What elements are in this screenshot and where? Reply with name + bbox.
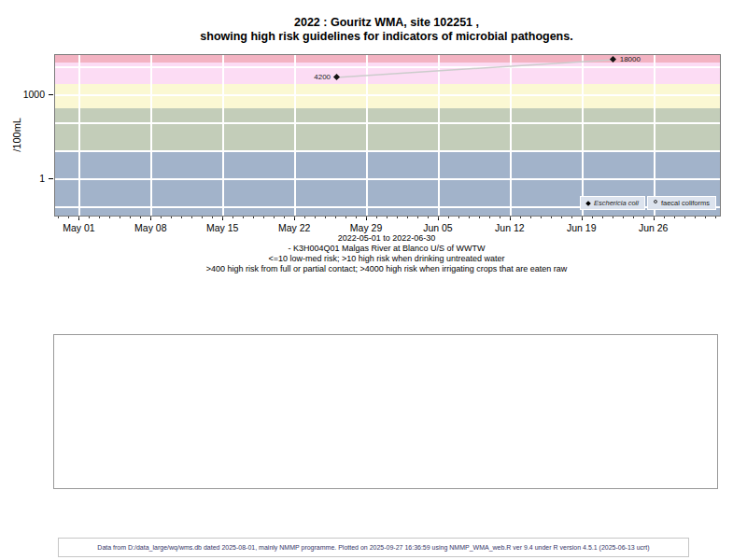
- x-axis-minor-tick: [243, 217, 244, 218]
- point-value-label: 4200: [314, 73, 331, 81]
- x-axis-minor-tick: [68, 217, 69, 218]
- x-axis-minor-tick: [345, 217, 346, 218]
- x-axis-minor-tick: [643, 217, 644, 218]
- x-axis-minor-tick: [602, 217, 603, 218]
- x-axis-minor-tick: [469, 217, 470, 218]
- x-axis-minor-tick: [222, 217, 223, 218]
- x-axis-minor-tick: [510, 217, 511, 218]
- x-axis-minor-tick: [479, 217, 480, 218]
- y-axis-tick: [49, 94, 53, 95]
- x-axis-label: May 29: [350, 222, 382, 233]
- x-axis-label: May 22: [278, 222, 310, 233]
- legend: Eschericia coli faecal coliforms: [580, 196, 716, 210]
- x-axis-minor-tick: [561, 217, 562, 218]
- x-axis-minor-tick: [233, 217, 233, 218]
- footer-box: Data from D:/data_large/wq/wms.db dated …: [58, 538, 689, 557]
- x-axis-minor-tick: [407, 217, 408, 218]
- x-axis-minor-tick: [366, 217, 367, 218]
- chart-title-line1: 2022 : Gouritz WMA, site 102251 ,: [54, 16, 719, 30]
- x-axis-minor-tick: [109, 217, 110, 218]
- x-axis-minor-tick: [541, 217, 542, 218]
- x-axis-minor-tick: [274, 217, 275, 218]
- x-axis-minor-tick: [58, 217, 59, 218]
- x-axis-minor-tick: [654, 217, 655, 218]
- subtitle-site-name: - K3H004Q01 Malgas River at Blanco U/S o…: [54, 244, 719, 254]
- x-axis-label: May 15: [206, 222, 238, 233]
- x-axis-minor-tick: [500, 217, 500, 218]
- subtitle-guideline-contact: >400 high risk from full or partial cont…: [54, 264, 719, 274]
- x-axis-minor-tick: [304, 217, 305, 218]
- x-axis-minor-tick: [120, 217, 120, 218]
- x-axis-minor-tick: [623, 217, 624, 218]
- y-axis-label: 1000: [15, 89, 45, 100]
- chart-title: 2022 : Gouritz WMA, site 102251 , showin…: [54, 16, 719, 44]
- x-axis-minor-tick: [130, 217, 131, 218]
- chart-subtitle: 2022-05-01 to 2022-06-30 - K3H004Q01 Mal…: [54, 233, 719, 274]
- empty-secondary-panel: [53, 334, 718, 489]
- x-axis-minor-tick: [458, 217, 459, 218]
- x-axis-minor-tick: [89, 217, 90, 218]
- open-circle-icon: [654, 200, 657, 203]
- footer-provenance-text: Data from D:/data_large/wq/wms.db dated …: [97, 544, 649, 551]
- x-axis-label: May 01: [63, 222, 94, 233]
- x-axis-minor-tick: [161, 217, 162, 218]
- subtitle-date-range: 2022-05-01 to 2022-06-30: [54, 233, 719, 244]
- x-axis-minor-tick: [181, 217, 182, 218]
- x-axis-minor-tick: [705, 217, 706, 218]
- x-axis-label: Jun 12: [495, 222, 525, 233]
- ecoli-trend-line: [55, 55, 720, 216]
- y-axis-label: 1: [15, 173, 45, 184]
- x-axis-minor-tick: [171, 217, 172, 218]
- x-axis-minor-tick: [376, 217, 377, 218]
- x-axis-minor-tick: [684, 217, 685, 218]
- x-axis-minor-tick: [263, 217, 264, 218]
- x-axis-minor-tick: [212, 217, 213, 218]
- legend-item-faecal-coliforms: faecal coliforms: [647, 196, 716, 210]
- x-axis-minor-tick: [695, 217, 696, 218]
- x-axis-minor-tick: [315, 217, 316, 218]
- x-axis-minor-tick: [191, 217, 192, 218]
- x-axis-minor-tick: [530, 217, 531, 218]
- y-axis-tick: [49, 178, 53, 179]
- legend-item-ecoli: Eschericia coli: [580, 196, 645, 210]
- x-axis-minor-tick: [674, 217, 675, 218]
- x-axis-minor-tick: [387, 217, 388, 218]
- x-axis-minor-tick: [99, 217, 100, 218]
- x-axis-minor-tick: [202, 217, 203, 218]
- chart-title-line2: showing high risk guidelines for indicat…: [54, 30, 719, 44]
- x-axis-minor-tick: [417, 217, 418, 218]
- x-axis-minor-tick: [294, 217, 295, 218]
- x-axis-minor-tick: [448, 217, 449, 218]
- legend-label-faecal-coliforms: faecal coliforms: [661, 199, 710, 207]
- point-value-label: 18000: [620, 55, 641, 63]
- x-axis-minor-tick: [489, 217, 490, 218]
- x-axis-minor-tick: [150, 217, 151, 218]
- x-axis-minor-tick: [571, 217, 572, 218]
- x-axis-label: Jun 05: [423, 222, 453, 233]
- x-axis-minor-tick: [715, 217, 716, 218]
- x-axis-label: May 08: [134, 222, 166, 233]
- x-axis-minor-tick: [582, 217, 583, 218]
- x-axis-label: Jun 26: [639, 222, 669, 233]
- plot-area: Eschericia coli faecal coliforms 4200180…: [54, 54, 721, 217]
- x-axis-minor-tick: [356, 217, 357, 218]
- x-axis-minor-tick: [397, 217, 398, 218]
- x-axis-minor-tick: [78, 217, 79, 218]
- x-axis-minor-tick: [438, 217, 439, 218]
- x-axis-minor-tick: [284, 217, 285, 218]
- subtitle-guideline-drinking: <=10 low-med risk; >10 high risk when dr…: [54, 254, 719, 264]
- x-axis-minor-tick: [140, 217, 141, 218]
- x-axis-minor-tick: [520, 217, 521, 218]
- legend-label-ecoli: Eschericia coli: [594, 199, 639, 207]
- x-axis-minor-tick: [253, 217, 254, 218]
- x-axis-minor-tick: [664, 217, 665, 218]
- x-axis-minor-tick: [335, 217, 336, 218]
- plot-page: 2022 : Gouritz WMA, site 102251 , showin…: [0, 0, 747, 560]
- filled-diamond-icon: [585, 201, 591, 206]
- x-axis-minor-tick: [633, 217, 634, 218]
- x-axis-minor-tick: [428, 217, 429, 218]
- y-axis-title: /100mL: [11, 54, 22, 215]
- x-axis-label: Jun 19: [567, 222, 597, 233]
- x-axis-minor-tick: [592, 217, 593, 218]
- x-axis-minor-tick: [551, 217, 552, 218]
